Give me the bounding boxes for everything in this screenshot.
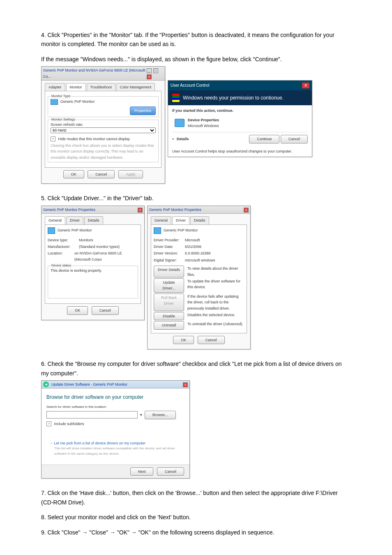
- browse-heading: Browse for driver software on your compu…: [46, 393, 184, 401]
- uninstall-text: To uninstall the driver (Advanced).: [187, 321, 244, 329]
- close-icon[interactable]: ✕: [302, 83, 309, 88]
- cancel-button[interactable]: Cancel: [157, 467, 184, 476]
- device-status-value: This device is working properly.: [51, 268, 135, 273]
- uac-device-properties: Device Properties: [188, 117, 219, 123]
- uninstall-button[interactable]: Uninstall: [154, 321, 184, 329]
- roll-back-button: Roll Back Driver: [154, 294, 184, 311]
- tab-general[interactable]: General: [45, 216, 65, 224]
- hide-modes-checkbox[interactable]: ✓: [51, 136, 55, 141]
- tab-monitor[interactable]: Monitor: [66, 83, 86, 91]
- manufacturer-value: (Standard monitor types): [79, 244, 120, 250]
- tab-adapter[interactable]: Adapter: [45, 83, 65, 91]
- computer-icon: [175, 119, 184, 127]
- include-subfolders-checkbox[interactable]: ✓: [46, 421, 51, 426]
- close-icon[interactable]: x: [244, 208, 249, 213]
- screenshot-group-2: Generic PnP Monitor Properties x General…: [41, 206, 351, 349]
- continue-button[interactable]: Continue: [249, 135, 279, 143]
- step-7: 7. Click on the 'Have disk...' button, t…: [41, 488, 351, 507]
- ok-button[interactable]: OK: [63, 170, 84, 178]
- tab-troubleshoot[interactable]: Troubleshoot: [87, 83, 115, 91]
- monitor-name: Generic PnP Monitor: [58, 227, 92, 233]
- include-subfolders-label: Include subfolders: [54, 422, 84, 426]
- screenshot-3: ◄ Update Driver Software - Generic PnP M…: [41, 380, 351, 479]
- uac-if-started: If you started this action, continue.: [172, 108, 308, 113]
- cancel-button[interactable]: Cancel: [198, 336, 225, 344]
- step-9: 9. Click "Close" → "Close" → "OK" → "OK"…: [41, 528, 351, 537]
- device-type-label: Device type:: [48, 237, 76, 243]
- tab-color-management[interactable]: Color Management: [116, 83, 155, 91]
- digital-signer-label: Digital Signer:: [154, 257, 182, 263]
- location-input[interactable]: [46, 411, 138, 419]
- chevron-down-icon[interactable]: ▾: [172, 136, 174, 142]
- cancel-button[interactable]: Cancel: [92, 306, 119, 314]
- hide-modes-text: Clearing this check box allows you to se…: [51, 143, 156, 160]
- driver-details-button[interactable]: Driver Details: [154, 266, 184, 278]
- minimize-icon[interactable]: _: [147, 68, 152, 73]
- ok-button[interactable]: OK: [67, 306, 88, 314]
- monitor-icon: [51, 98, 58, 105]
- uac-footer: User Account Control helps stop unauthor…: [172, 148, 308, 154]
- disable-button[interactable]: Disable: [154, 312, 184, 320]
- uac-dialog: User Account Control ✕ Windows needs you…: [168, 80, 312, 157]
- let-me-pick-link[interactable]: → Let me pick from a list of device driv…: [49, 440, 182, 446]
- back-icon[interactable]: ◄: [43, 382, 49, 387]
- tab-details[interactable]: Details: [190, 216, 209, 224]
- next-button[interactable]: Next: [130, 467, 154, 476]
- monitor-icon: [154, 227, 161, 234]
- ok-button[interactable]: OK: [173, 336, 194, 344]
- update-driver-text: To update the driver software for this d…: [187, 278, 244, 293]
- dlgA-title: Generic PnP Monitor and NVIDIA GeForce 6…: [43, 67, 146, 79]
- monitor-type-value: Generic PnP Monitor: [60, 99, 95, 104]
- digital-signer-value: microsoft windows: [185, 257, 215, 263]
- tab-driver[interactable]: Driver: [66, 216, 83, 224]
- driver-version-value: 6.0.6000.16386: [185, 250, 211, 256]
- dlgB1-title: Generic PnP Monitor Properties: [43, 207, 95, 213]
- tab-general[interactable]: General: [151, 216, 171, 224]
- dropdown-icon[interactable]: ▾: [140, 412, 142, 418]
- disable-text: Disables the selected device.: [187, 312, 244, 320]
- driver-date-value: 6/21/2006: [185, 244, 201, 250]
- tab-details[interactable]: Details: [84, 216, 103, 224]
- step-4-line2: If the message "Windows needs..." is dis…: [41, 55, 351, 64]
- driver-date-label: Driver Date:: [154, 244, 182, 250]
- uac-message: Windows needs your permission to contion…: [183, 94, 284, 102]
- window-buttons: _ □ x: [146, 67, 163, 79]
- page-number: 43: [41, 553, 351, 555]
- step-6: 6. Check the "Browse my computer for dri…: [41, 359, 351, 378]
- uac-message-band: Windows needs your permission to contion…: [168, 90, 312, 105]
- arrow-icon: →: [49, 441, 54, 445]
- refresh-rate-label: Screen refresh rate:: [51, 122, 156, 127]
- close-icon[interactable]: x: [183, 382, 188, 387]
- manufacturer-label: Manufacturer:: [48, 244, 76, 250]
- driver-details-text: To view details about the driver files.: [187, 266, 244, 278]
- uac-ms-windows: Microsoft Windows: [188, 123, 219, 129]
- monitor-name: Generic PnP Monitor: [164, 227, 198, 233]
- dlgB2-title: Generic PnP Monitor Properties: [149, 207, 201, 213]
- close-icon[interactable]: x: [138, 208, 143, 213]
- apply-button[interactable]: Apply: [118, 170, 143, 178]
- update-driver-button[interactable]: Update Driver...: [154, 278, 184, 293]
- step-4-line1: 4. Click "Properties" in the "Monitor" t…: [41, 30, 351, 49]
- uac-title: User Account Control: [171, 82, 210, 89]
- monitor-type-label: Monitor Type: [51, 94, 71, 99]
- monitor-icon: [48, 227, 55, 234]
- update-driver-wizard: ◄ Update Driver Software - Generic PnP M…: [41, 380, 190, 479]
- driver-provider-value: Microsoft: [185, 237, 200, 243]
- breadcrumb: Update Driver Software - Generic PnP Mon…: [51, 382, 127, 387]
- browse-button[interactable]: Browse...: [145, 411, 176, 419]
- maximize-icon[interactable]: □: [153, 68, 158, 73]
- screenshot-group-1: Generic PnP Monitor and NVIDIA GeForce 6…: [41, 66, 351, 184]
- roll-back-text: If the device fails after updating the d…: [187, 294, 244, 311]
- cancel-button[interactable]: Cancel: [281, 135, 308, 143]
- uac-details-label[interactable]: Details: [177, 136, 189, 142]
- cancel-button[interactable]: Cancel: [88, 170, 115, 178]
- close-icon[interactable]: x: [147, 74, 152, 79]
- properties-general-dialog: Generic PnP Monitor Properties x General…: [41, 206, 145, 320]
- tab-driver[interactable]: Driver: [172, 216, 189, 224]
- location-label: Location:: [48, 250, 71, 262]
- refresh-rate-select[interactable]: 60 Hertz: [51, 127, 156, 133]
- step-5: 5. Click "Update Driver..." in the "Driv…: [41, 194, 351, 203]
- let-me-pick-text: This list will show installed driver sof…: [54, 446, 182, 457]
- step-8: 8. Select your monitor model and click o…: [41, 513, 351, 522]
- properties-button[interactable]: Properties: [130, 106, 156, 115]
